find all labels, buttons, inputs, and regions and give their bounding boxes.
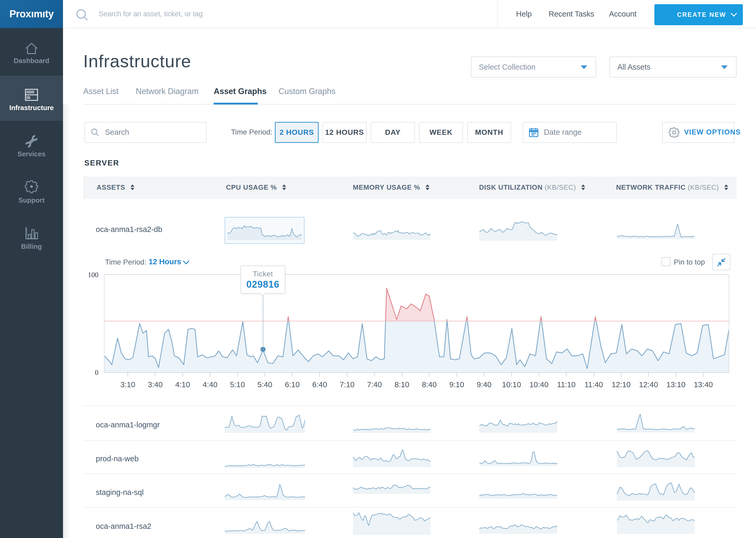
svg-text:9:10: 9:10 xyxy=(449,380,464,389)
svg-text:3:40: 3:40 xyxy=(148,380,163,389)
svg-text:0: 0 xyxy=(95,369,99,376)
svg-text:12:40: 12:40 xyxy=(639,380,658,389)
svg-text:7:40: 7:40 xyxy=(367,380,382,389)
svg-text:100: 100 xyxy=(88,271,99,279)
svg-text:6:10: 6:10 xyxy=(285,380,300,389)
svg-text:5:40: 5:40 xyxy=(258,380,272,389)
svg-text:8:10: 8:10 xyxy=(395,380,409,389)
svg-text:5:10: 5:10 xyxy=(230,380,245,389)
svg-text:10:40: 10:40 xyxy=(530,380,548,389)
svg-text:9:40: 9:40 xyxy=(477,380,492,389)
svg-text:13:40: 13:40 xyxy=(694,380,713,389)
svg-text:13:10: 13:10 xyxy=(667,380,685,389)
svg-text:7:10: 7:10 xyxy=(340,380,354,389)
svg-text:6:40: 6:40 xyxy=(312,380,327,389)
svg-text:4:40: 4:40 xyxy=(203,380,217,389)
svg-text:3:10: 3:10 xyxy=(120,380,135,389)
svg-text:10:10: 10:10 xyxy=(502,380,521,389)
svg-text:8:40: 8:40 xyxy=(422,380,437,389)
svg-text:11:10: 11:10 xyxy=(557,380,575,389)
svg-text:12:10: 12:10 xyxy=(612,380,631,389)
svg-text:4:10: 4:10 xyxy=(175,380,190,389)
svg-text:11:40: 11:40 xyxy=(585,380,603,389)
